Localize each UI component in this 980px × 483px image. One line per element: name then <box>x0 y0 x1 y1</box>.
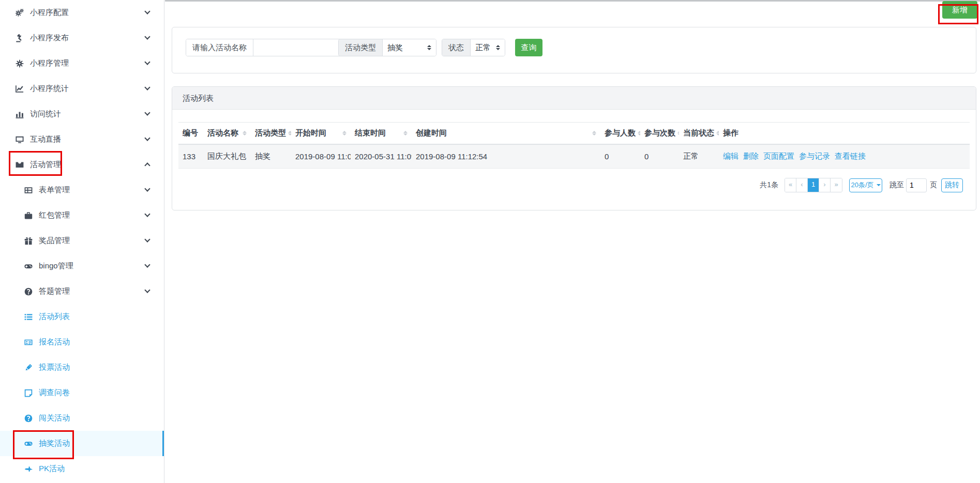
activity-name-input[interactable] <box>253 39 344 56</box>
table-row: 133 国庆大礼包 抽奖 2019-08-09 11:09:29 2020-05… <box>178 144 970 169</box>
page-config-link[interactable]: 页面配置 <box>763 152 794 160</box>
view-link-link[interactable]: 查看链接 <box>835 152 866 160</box>
sidebar-item-redpacket-management[interactable]: 红包管理 <box>0 203 164 228</box>
sidebar: 小程序配置 小程序发布 小程序管理 小程序统计 访问统计 互动直播 活动管理 表… <box>0 0 164 483</box>
sidebar-item-label: bingo管理 <box>39 261 73 271</box>
chevron-down-icon <box>144 262 150 267</box>
sort-icon[interactable] <box>342 129 346 138</box>
chevron-down-icon <box>144 84 150 90</box>
sidebar-item-activity-list[interactable]: 活动列表 <box>0 304 164 329</box>
line-chart-icon <box>14 85 24 93</box>
sidebar-item-activity-management[interactable]: 活动管理 <box>0 152 164 177</box>
activity-table: 编号 活动名称 活动类型 开始时间 结束时间 创建时间 参与人数 参与次数 当前… <box>178 122 970 169</box>
caret-down-icon <box>877 184 881 188</box>
col-end-time[interactable]: 结束时间 <box>351 123 412 145</box>
last-page-button[interactable]: » <box>831 178 842 192</box>
join-records-link[interactable]: 参与记录 <box>799 152 830 160</box>
add-button[interactable]: 新增 <box>942 1 977 19</box>
chevron-down-icon <box>144 287 150 293</box>
sidebar-item-label: 小程序配置 <box>30 8 69 18</box>
pagination: 共1条 « ‹ 1 › » 20条/页 跳至 页 跳转 <box>760 178 963 192</box>
id-card-icon <box>23 338 33 346</box>
sidebar-item-pk-activity[interactable]: PK活动 <box>0 456 164 481</box>
panel-body: 编号 活动名称 活动类型 开始时间 结束时间 创建时间 参与人数 参与次数 当前… <box>172 110 976 169</box>
content-top-divider <box>165 0 980 2</box>
activity-type-label: 活动类型 <box>339 39 383 56</box>
sidebar-item-label: 抽奖活动 <box>39 439 70 448</box>
sidebar-item-signup-activity[interactable]: 报名活动 <box>0 329 164 355</box>
activity-type-select[interactable]: 抽奖 <box>383 39 436 56</box>
sidebar-item-label: 小程序管理 <box>30 58 69 68</box>
sidebar-item-miniprogram-manage[interactable]: 小程序管理 <box>0 51 164 76</box>
sidebar-item-form-management[interactable]: 表单管理 <box>0 177 164 203</box>
jump-page-input[interactable] <box>906 178 927 192</box>
filter-panel: 请输入活动名称 活动类型 抽奖 状态 正常 查询 <box>172 27 976 73</box>
chevron-down-icon <box>144 135 150 141</box>
sidebar-item-levelpass-activity[interactable]: 闯关活动 <box>0 405 164 431</box>
edit-link[interactable]: 编辑 <box>723 152 738 160</box>
page-button-group: « ‹ 1 › » <box>785 178 842 192</box>
question-circle-icon <box>23 414 33 422</box>
chevron-down-icon <box>144 59 150 65</box>
note-icon <box>23 389 33 397</box>
sidebar-item-label: 闯关活动 <box>39 413 70 423</box>
col-status[interactable]: 当前状态 <box>679 123 719 145</box>
sort-icon[interactable] <box>243 129 247 138</box>
sidebar-item-vote-activity[interactable]: 投票活动 <box>0 355 164 380</box>
search-button[interactable]: 查询 <box>515 39 542 56</box>
sidebar-item-bingo-management[interactable]: bingo管理 <box>0 253 164 279</box>
sidebar-item-visit-stats[interactable]: 访问统计 <box>0 101 164 127</box>
cell-create-time: 2019-08-09 11:12:54 <box>412 144 600 169</box>
activity-list-panel: 活动列表 编号 活动名称 活动类型 开始时间 结束时间 创建时间 参与人数 参与… <box>172 86 976 210</box>
briefcase-icon <box>23 212 33 220</box>
col-operations: 操作 <box>719 123 970 145</box>
col-activity-type[interactable]: 活动类型 <box>251 123 291 145</box>
sidebar-item-miniprogram-config[interactable]: 小程序配置 <box>0 0 164 25</box>
page-1-button[interactable]: 1 <box>808 178 819 192</box>
page-size-dropdown[interactable]: 20条/页 <box>849 178 882 192</box>
sidebar-item-label: 小程序发布 <box>30 33 69 43</box>
sort-icon[interactable] <box>592 129 596 138</box>
question-circle-icon <box>23 288 33 296</box>
sidebar-item-label: 奖品管理 <box>39 236 70 246</box>
select-arrows-icon <box>427 43 431 52</box>
cogs-icon <box>14 9 24 17</box>
pencil-icon <box>23 364 33 372</box>
cell-operations: 编辑删除页面配置参与记录查看链接 <box>719 144 970 169</box>
col-participants[interactable]: 参与人数 <box>600 123 640 145</box>
sidebar-item-prize-management[interactable]: 奖品管理 <box>0 228 164 253</box>
table-icon <box>23 186 33 194</box>
col-join-times[interactable]: 参与次数 <box>640 123 679 145</box>
sidebar-item-survey-activity[interactable]: 调查问卷 <box>0 380 164 405</box>
cell-status: 正常 <box>679 144 719 169</box>
first-page-button[interactable]: « <box>785 178 796 192</box>
sidebar-item-lottery-activity[interactable]: 抽奖活动 <box>0 431 164 456</box>
jump-button[interactable]: 跳转 <box>941 178 963 192</box>
sidebar-item-miniprogram-publish[interactable]: 小程序发布 <box>0 25 164 51</box>
chevron-down-icon <box>144 211 150 217</box>
prev-page-button[interactable]: ‹ <box>796 178 808 192</box>
sort-icon[interactable] <box>288 129 291 138</box>
col-start-time[interactable]: 开始时间 <box>291 123 351 145</box>
sort-icon[interactable] <box>677 129 679 138</box>
sort-icon[interactable] <box>716 129 719 138</box>
sort-icon[interactable] <box>638 129 640 138</box>
status-select[interactable]: 正常 <box>471 39 505 56</box>
col-activity-name[interactable]: 活动名称 <box>203 123 251 145</box>
status-group: 状态 正常 <box>442 39 505 56</box>
next-page-button[interactable]: › <box>819 178 831 192</box>
sidebar-item-label: 表单管理 <box>39 185 70 195</box>
delete-link[interactable]: 删除 <box>743 152 759 160</box>
sort-icon[interactable] <box>403 129 408 138</box>
cell-activity-type: 抽奖 <box>251 144 291 169</box>
gavel-icon <box>14 34 24 42</box>
chevron-down-icon <box>144 8 150 14</box>
sidebar-item-quiz-management[interactable]: 答题管理 <box>0 279 164 304</box>
col-create-time[interactable]: 创建时间 <box>412 123 600 145</box>
sidebar-item-label: 小程序统计 <box>30 84 69 94</box>
sidebar-item-miniprogram-stats[interactable]: 小程序统计 <box>0 76 164 101</box>
cell-join-times: 0 <box>640 144 679 169</box>
gamepad-icon <box>23 262 33 270</box>
cell-end-time: 2020-05-31 11:09:29 <box>351 144 412 169</box>
sidebar-item-live-broadcast[interactable]: 互动直播 <box>0 127 164 152</box>
